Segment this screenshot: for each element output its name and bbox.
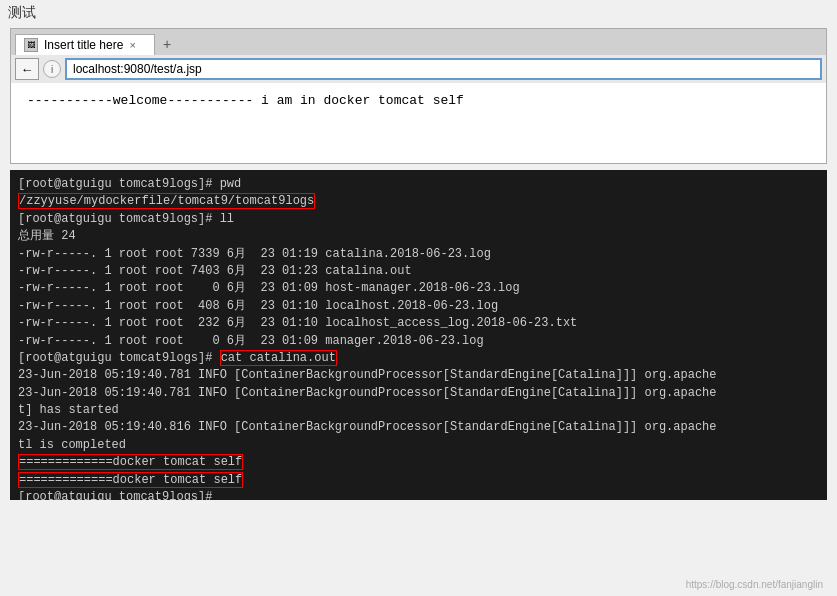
terminal-line: -rw-r-----. 1 root root 7403 6月 23 01:23… bbox=[18, 263, 819, 280]
info-icon: i bbox=[51, 64, 53, 75]
terminal-line: =============docker tomcat self bbox=[18, 472, 819, 489]
terminal-line: -rw-r-----. 1 root root 408 6月 23 01:10 … bbox=[18, 298, 819, 315]
terminal-line: -rw-r-----. 1 root root 0 6月 23 01:09 ma… bbox=[18, 333, 819, 350]
watermark: https://blog.csdn.net/fanjianglin bbox=[686, 579, 823, 590]
terminal-line: [root@atguigu tomcat9logs]# pwd bbox=[18, 176, 819, 193]
browser-content: -----------welcome----------- i am in do… bbox=[11, 83, 826, 163]
tab-close-icon[interactable]: × bbox=[129, 39, 135, 51]
terminal-line: 23-Jun-2018 05:19:40.816 INFO [Container… bbox=[18, 419, 819, 436]
terminal-line: tl is completed bbox=[18, 437, 819, 454]
terminal-line: 23-Jun-2018 05:19:40.781 INFO [Container… bbox=[18, 385, 819, 402]
address-bar[interactable] bbox=[65, 58, 822, 80]
terminal-line: t] has started bbox=[18, 402, 819, 419]
terminal-line: 23-Jun-2018 05:19:40.781 INFO [Container… bbox=[18, 367, 819, 384]
browser-tab[interactable]: 🖼 Insert title here × bbox=[15, 34, 155, 55]
terminal: [root@atguigu tomcat9logs]# pwd/zzyyuse/… bbox=[10, 170, 827, 500]
browser-content-text: -----------welcome----------- i am in do… bbox=[27, 93, 464, 108]
back-button[interactable]: ← bbox=[15, 58, 39, 80]
tab-favicon: 🖼 bbox=[24, 38, 38, 52]
new-tab-button[interactable]: + bbox=[155, 33, 179, 55]
terminal-line: =============docker tomcat self bbox=[18, 454, 819, 471]
terminal-line: [root@atguigu tomcat9logs]# bbox=[18, 489, 819, 500]
tab-bar: 🖼 Insert title here × + bbox=[11, 29, 826, 55]
terminal-line: /zzyyuse/mydockerfile/tomcat9/tomcat9log… bbox=[18, 193, 819, 210]
browser-container: 🖼 Insert title here × + ← i -----------w… bbox=[10, 28, 827, 164]
terminal-line: -rw-r-----. 1 root root 0 6月 23 01:09 ho… bbox=[18, 280, 819, 297]
info-button[interactable]: i bbox=[43, 60, 61, 78]
terminal-line: 总用量 24 bbox=[18, 228, 819, 245]
back-icon: ← bbox=[21, 62, 34, 77]
nav-bar: ← i bbox=[11, 55, 826, 83]
terminal-line: -rw-r-----. 1 root root 232 6月 23 01:10 … bbox=[18, 315, 819, 332]
terminal-line: [root@atguigu tomcat9logs]# ll bbox=[18, 211, 819, 228]
tab-label: Insert title here bbox=[44, 38, 123, 52]
page-title: 测试 bbox=[0, 0, 837, 26]
terminal-line: [root@atguigu tomcat9logs]# cat catalina… bbox=[18, 350, 819, 367]
terminal-line: -rw-r-----. 1 root root 7339 6月 23 01:19… bbox=[18, 246, 819, 263]
